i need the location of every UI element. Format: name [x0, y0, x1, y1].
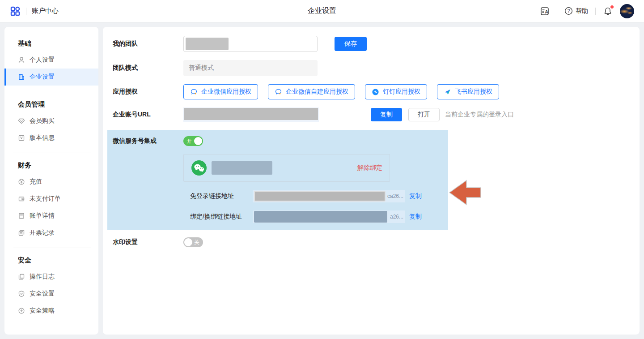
watermark-toggle[interactable]: 关	[183, 237, 203, 247]
app-auth-row: 应用授权 企业微信应用授权 企业微信自建应用授权 钉钉应用授权	[113, 84, 640, 99]
sidebar-section-basic: 基础	[18, 39, 98, 48]
wechat-work-icon	[190, 88, 198, 96]
shield-check-icon	[18, 290, 25, 297]
sidebar-item-operation-logs[interactable]: 操作日志	[4, 268, 98, 285]
toggle-on-text: 开	[186, 137, 192, 145]
sidebar-item-version-info[interactable]: 版本信息	[4, 129, 98, 146]
team-mode-label: 团队模式	[113, 64, 183, 72]
toggle-knob	[194, 137, 202, 145]
save-button[interactable]: 保存	[335, 37, 367, 51]
redacted-enterprise-url	[184, 108, 318, 120]
sidebar-item-label: 安全策略	[30, 307, 55, 315]
header-left: 账户中心	[10, 6, 59, 17]
redacted-login-free-link	[254, 191, 386, 202]
sidebar-item-security-settings[interactable]: 安全设置	[4, 285, 98, 302]
login-free-link-field: ca26...	[253, 190, 405, 202]
bind-link-row: 绑定/换绑链接地址 a26... 复制	[190, 210, 448, 223]
team-mode-value: 普通模式	[189, 64, 214, 72]
sidebar-item-label: 未支付订单	[30, 195, 61, 203]
annotation-arrow-icon	[449, 179, 482, 206]
svg-text:?: ?	[568, 9, 570, 13]
bind-link-label: 绑定/换绑链接地址	[190, 213, 253, 221]
dingtalk-auth-button[interactable]: 钉钉应用授权	[365, 84, 427, 99]
sidebar-divider	[13, 248, 91, 248]
wechat-account-card: 解除绑定	[183, 154, 390, 182]
sidebar-divider	[13, 153, 91, 153]
my-team-label: 我的团队	[113, 40, 183, 48]
log-copy-icon	[18, 273, 25, 280]
copy-url-button[interactable]: 复制	[371, 108, 402, 121]
sidebar-item-member-purchase[interactable]: 会员购买	[4, 112, 98, 129]
wechat-work-auth-button[interactable]: 企业微信应用授权	[183, 84, 258, 99]
wechat-integration-toggle[interactable]: 开	[183, 136, 203, 146]
redacted-wechat-account-name	[212, 161, 272, 175]
unbind-link[interactable]: 解除绑定	[357, 164, 382, 172]
top-header: 账户中心 企业设置 A ? 帮助	[0, 0, 644, 22]
sidebar-item-invoice-records[interactable]: 开票记录	[4, 224, 98, 241]
redacted-team-name	[186, 38, 229, 50]
question-circle-icon: ?	[564, 7, 573, 15]
toggle-off-text: 关	[194, 239, 199, 246]
wechat-integration-label: 微信服务号集成	[113, 137, 183, 145]
sidebar-section-security: 安全	[18, 256, 98, 265]
sidebar-section-finance: 财务	[18, 161, 98, 170]
feishu-auth-button[interactable]: 飞书应用授权	[437, 84, 499, 99]
dingtalk-icon	[372, 88, 379, 96]
sidebar-divider	[13, 92, 91, 92]
sidebar: 基础 个人设置 企业设置 会员管理 会员购买 版本信息 财务 充值	[4, 27, 98, 335]
sidebar-item-security-policy[interactable]: 安全策略	[4, 302, 98, 319]
copy-login-free-link[interactable]: 复制	[409, 192, 422, 200]
wechat-work-selfbuilt-auth-button[interactable]: 企业微信自建应用授权	[268, 84, 355, 99]
wechat-toggle-row: 微信服务号集成 开	[113, 136, 448, 146]
app-title: 账户中心	[32, 7, 59, 15]
header-divider	[595, 8, 596, 15]
team-name-input[interactable]	[183, 36, 318, 52]
wallet-icon	[18, 195, 25, 202]
login-free-link-label: 免登录链接地址	[190, 192, 253, 200]
copy-bind-link[interactable]: 复制	[409, 213, 422, 221]
language-icon[interactable]: A	[540, 6, 550, 16]
sidebar-item-unpaid-orders[interactable]: 未支付订单	[4, 190, 98, 207]
app-auth-label: 应用授权	[113, 88, 183, 96]
sidebar-item-label: 操作日志	[30, 273, 55, 281]
apps-grid-logo-icon[interactable]	[10, 6, 21, 17]
user-avatar[interactable]	[620, 4, 634, 18]
sidebar-item-label: 企业设置	[30, 73, 55, 81]
login-free-link-row: 免登录链接地址 ca26... 复制	[190, 190, 448, 202]
open-url-button[interactable]: 打开	[408, 108, 440, 121]
auth-button-label: 钉钉应用授权	[383, 88, 420, 96]
yuan-circle-icon	[18, 178, 25, 185]
sidebar-item-label: 充值	[30, 178, 42, 186]
sidebar-item-recharge[interactable]: 充值	[4, 173, 98, 190]
auth-button-label: 企业微信应用授权	[201, 88, 251, 96]
bill-icon	[18, 212, 25, 219]
sidebar-item-personal-settings[interactable]: 个人设置	[4, 51, 98, 69]
my-team-row: 我的团队 保存	[113, 36, 640, 52]
sidebar-item-label: 版本信息	[30, 134, 55, 142]
auth-button-label: 企业微信自建应用授权	[286, 88, 348, 96]
notification-dot	[610, 5, 614, 9]
header-right: A ? 帮助	[540, 4, 634, 18]
header-divider	[557, 8, 557, 15]
sidebar-item-enterprise-settings[interactable]: 企业设置	[4, 69, 98, 86]
watermark-row: 水印设置 关	[113, 237, 640, 247]
help-label: 帮助	[576, 7, 588, 15]
sidebar-item-label: 会员购买	[30, 117, 55, 125]
invoice-icon	[18, 229, 25, 236]
enterprise-url-field	[183, 107, 319, 122]
url-hint-text: 当前企业专属的登录入口	[445, 111, 514, 119]
version-icon	[18, 134, 25, 142]
sidebar-item-label: 账单详情	[30, 212, 55, 220]
team-mode-field: 普通模式	[183, 60, 318, 76]
auth-button-label: 飞书应用授权	[455, 88, 492, 96]
header-divider	[26, 8, 26, 15]
sidebar-item-bill-details[interactable]: 账单详情	[4, 207, 98, 224]
enterprise-url-row: 企业账号URL 复制 打开 当前企业专属的登录入口	[113, 107, 640, 122]
main-content: 我的团队 保存 团队模式 普通模式 应用授权 企业微信应用授权 企业微信自建应用…	[103, 27, 640, 335]
help-button[interactable]: ? 帮助	[564, 7, 588, 15]
notification-bell-icon[interactable]	[603, 6, 613, 16]
sidebar-item-label: 个人设置	[30, 56, 55, 64]
feishu-icon	[444, 88, 451, 96]
user-icon	[18, 56, 25, 64]
bind-link-field: a26...	[253, 210, 405, 223]
